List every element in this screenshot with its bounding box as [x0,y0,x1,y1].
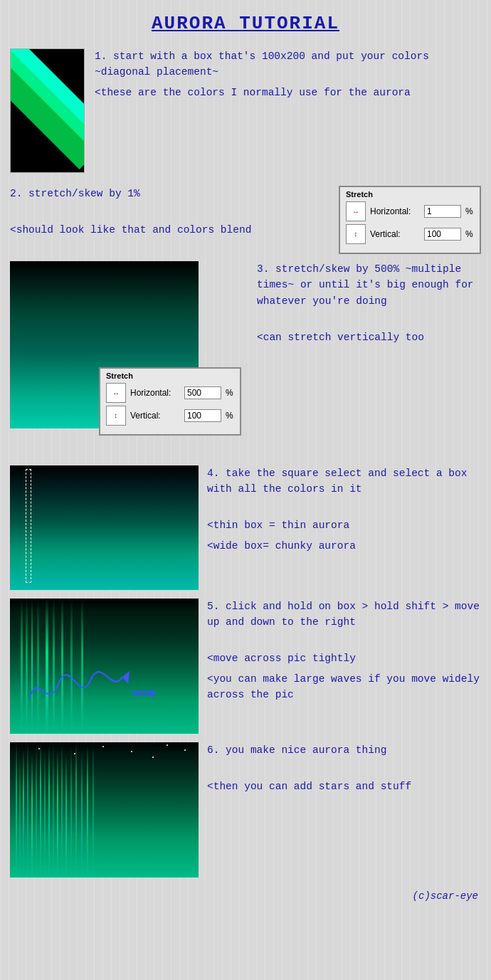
star-5 [131,751,132,752]
section-1: 1. start with a box that's 100x200 and p… [0,41,491,180]
final-stripe-7 [40,742,41,878]
section6-text: 6. you make nice aurora thing <then you … [207,742,481,799]
stretch-vert-pct-2: % [226,411,233,421]
final-stripe-12 [61,742,63,878]
step2-note: <should look like that and colors blend [10,222,329,238]
stretch-row-horizontal-1: ↔ Horizontal: % [346,201,474,221]
final-stripe-18 [93,742,94,878]
svg-marker-0 [122,671,130,684]
stretch-dialog-1: Stretch ↔ Horizontal: % ↔ Vertical: % [339,186,481,254]
step5-note1: <move across pic tightly [207,650,481,666]
section4-image [10,465,199,590]
stretch-icon-vertical-2: ↔ [106,406,126,426]
final-stripe-2 [19,742,21,878]
wave-annotation [23,655,137,712]
final-stripe-13 [65,742,67,878]
step1-instruction: 1. start with a box that's 100x200 and p… [95,48,481,80]
final-stripe-15 [75,742,77,878]
stretch-vert-pct-1: % [465,229,473,239]
stretch-vert-input-2[interactable] [184,409,221,422]
stretch-vert-label-1: Vertical: [370,229,420,239]
section-3: Stretch ↔ Horizontal: % ↔ Vertical: % [0,257,491,433]
final-stripe-1 [16,742,17,878]
stretch-horiz-pct-1: % [465,206,473,216]
section-4: 4. take the square select and select a b… [0,461,491,594]
copyright: (c)scar-eye [0,885,491,910]
vert-arrow-icon-2: ↔ [112,412,120,419]
section-5: ⟹ 5. click and hold on box > hold shift … [0,594,491,738]
section-6: 6. you make nice aurora thing <then you … [0,738,491,885]
vert-arrow-icon-1: ↔ [352,231,360,238]
final-stripe-5 [31,742,33,878]
stretch-icon-horizontal-1: ↔ [346,201,366,221]
section3-text: 3. stretch/skew by 500% ~multiple times~… [207,261,481,349]
step6-note: <then you can add stars and stuff [207,779,481,794]
step2-instruction: 2. stretch/skew by 1% [10,186,329,201]
final-stripe-17 [87,742,88,878]
step6-instruction: 6. you make nice aurora thing [207,742,481,758]
star-1 [38,748,40,749]
step4-instruction: 4. take the square select and select a b… [207,465,481,497]
step1-note: <these are the colors I normally use for… [95,85,481,100]
step3-instruction: 3. stretch/skew by 500% ~multiple times~… [257,261,481,309]
horiz-arrow-icon: ↔ [352,208,359,216]
star-7 [184,749,186,751]
stretch-dialog-title-1: Stretch [346,190,474,199]
stretch-row-vertical-1: ↔ Vertical: % [346,224,474,244]
final-stripe-4 [27,742,28,878]
stretch-horiz-label-2: Horizontal: [130,388,180,398]
star-4 [152,757,154,758]
stretch-row-vertical-2: ↔ Vertical: % [106,406,234,426]
page-title: AURORA TUTORIAL [0,0,491,41]
section3-dialog-wrap: Stretch ↔ Horizontal: % ↔ Vertical: % [99,367,241,436]
section3-image-wrap: Stretch ↔ Horizontal: % ↔ Vertical: % [10,261,199,428]
star-3 [102,746,104,747]
horiz-arrow-icon-2: ↔ [112,389,120,397]
star-2 [74,753,75,754]
move-arrow: ⟹ [131,683,155,704]
step3-note: <can stretch vertically too [257,330,481,345]
stretch-horiz-label-1: Horizontal: [370,206,420,216]
section-2: 2. stretch/skew by 1% <should look like … [0,180,491,257]
stretch-dialog-title-2: Stretch [106,372,234,380]
stretch-horiz-pct-2: % [226,388,233,398]
final-stripe-16 [81,742,83,878]
section5-image: ⟹ [10,599,199,734]
stretch-row-horizontal-2: ↔ Horizontal: % [106,383,234,403]
section2-text: 2. stretch/skew by 1% <should look like … [10,186,329,242]
stretch-icon-vertical-1: ↔ [346,224,366,244]
stretch-vert-label-2: Vertical: [130,411,180,421]
section2-dialog-wrap: Stretch ↔ Horizontal: % ↔ Vertical: % [339,186,481,254]
step5-note2: <you can make large waves if you move wi… [207,671,481,703]
final-stripe-8 [44,742,46,878]
selection-box [26,469,31,583]
step5-instruction: 5. click and hold on box > hold shift > … [207,599,481,631]
section1-image [10,48,85,173]
stretch-icon-horizontal-2: ↔ [106,383,126,403]
section5-text: 5. click and hold on box > hold shift > … [207,599,481,707]
final-stripe-6 [36,742,37,878]
stretch-horiz-input-1[interactable] [424,205,461,218]
final-stripe-9 [48,742,50,878]
final-stripe-11 [57,742,58,878]
stretch-vert-input-1[interactable] [424,228,461,241]
step4-note2: <wide box= chunky aurora [207,538,481,554]
stretch-horiz-input-2[interactable] [184,386,221,399]
final-stripe-10 [53,742,54,878]
section4-text: 4. take the square select and select a b… [207,465,481,558]
star-6 [167,744,168,746]
section6-image [10,742,199,878]
final-stripe-14 [70,742,72,878]
final-stripe-3 [23,742,24,878]
step4-note1: <thin box = thin aurora [207,517,481,533]
stretch-dialog-2: Stretch ↔ Horizontal: % ↔ Vertical: % [99,367,241,436]
section1-text: 1. start with a box that's 100x200 and p… [95,48,481,105]
